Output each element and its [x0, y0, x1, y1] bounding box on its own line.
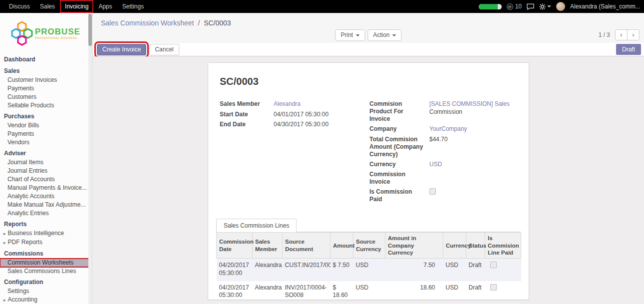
field-commission-product: Commision Product For Invoice [SALES COM… [369, 100, 521, 123]
chevron-down-icon [355, 34, 359, 36]
sidebar-item-commission-worksheets[interactable]: Commission Worksheets [0, 259, 92, 267]
column-header: Amount in Company Currency [385, 233, 443, 259]
cancel-button[interactable]: Cancel [149, 44, 179, 55]
sidebar-item-purchase-payments[interactable]: Payments [0, 130, 92, 138]
sidebar-item-label: Business Intelligence [8, 230, 64, 237]
sidebar-item-settings[interactable]: Settings [0, 287, 92, 296]
sidebar-scrollbar[interactable] [88, 13, 92, 304]
create-invoice-button[interactable]: Create Invoice [97, 44, 146, 55]
sidebar-item-vendor-bills[interactable]: Vendor Bills [0, 121, 92, 130]
table-row[interactable]: 04/20/2017 05:30:00 Alexandra CUST.IN/20… [217, 259, 521, 281]
table-row[interactable]: 04/20/2017 05:30:00 Alexandra INV/2017/0… [217, 281, 521, 303]
action-buttons: Print Action [335, 29, 401, 41]
sidebar-item-business-intelligence[interactable]: ▸Business Intelligence [0, 229, 92, 238]
sidebar-item-journal-entries[interactable]: Journal Entries [0, 167, 92, 175]
sales-member-link[interactable]: Alexandra [274, 100, 301, 108]
trial-progress-pill[interactable] [479, 4, 502, 9]
action-menu-button[interactable]: Action [367, 29, 401, 41]
sidebar-header-purchases[interactable]: Purchases [0, 112, 92, 121]
cell-currency: USD [443, 281, 466, 303]
expand-arrow-icon: ▸ [3, 231, 6, 236]
cell-source-document: CUST.IN/2017/0001 [283, 259, 330, 281]
cell-commission-date: 04/20/2017 05:30:00 [217, 281, 253, 303]
sidebar-item-sales-commissions-lines[interactable]: Sales Commissions Lines [0, 267, 92, 276]
pager-previous-button[interactable]: ‹ [615, 29, 628, 40]
print-menu-button[interactable]: Print [335, 29, 365, 41]
pager-counter: 1 / 3 [599, 31, 610, 38]
scrollbar-thumb[interactable] [88, 14, 92, 46]
sidebar-item-chart-of-accounts[interactable]: Chart of Accounts [0, 175, 92, 184]
section-reports: Reports ▸Business Intelligence ▸PDF Repo… [0, 220, 92, 247]
field-groups: Sales Member Alexandra Start Date 04/01/… [220, 100, 521, 206]
sidebar-header-commissions[interactable]: Commissions [0, 249, 92, 259]
sidebar-item-analytic-entries[interactable]: Analytic Entries [0, 209, 92, 218]
sidebar-header-reports[interactable]: Reports [0, 220, 92, 229]
pager-next-button[interactable]: › [627, 29, 640, 40]
commission-product-link[interactable]: [SALES COMMISSION] Sales [429, 100, 510, 107]
form-statusbar: Create Invoice Cancel Draft [93, 43, 644, 56]
company-link[interactable]: YourCompany [429, 125, 467, 133]
column-header: Commission Date [217, 233, 253, 259]
cell-source-document: INV/2017/0004-SO008 [283, 281, 330, 303]
sidebar-item-customers[interactable]: Customers [0, 93, 92, 101]
menu-invoicing[interactable]: Invoicing [60, 0, 93, 13]
activity-counter[interactable]: @ 10 [507, 3, 522, 10]
sidebar-header-adviser[interactable]: Adviser [0, 149, 92, 158]
sidebar-item-accounting[interactable]: ▸Accounting [0, 296, 92, 304]
field-label: End Date [220, 121, 274, 128]
sidebar-item-customer-invoices[interactable]: Customer Invoices [0, 76, 92, 84]
sidebar-item-analytic-accounts[interactable]: Analytic Accounts [0, 192, 92, 201]
app-logo[interactable]: PROBUSE PROFESSIONAL BUSINESS [0, 13, 92, 53]
section-dashboard: Dashboard [0, 55, 92, 64]
user-avatar[interactable] [556, 2, 565, 11]
menu-settings[interactable]: Settings [117, 0, 149, 13]
column-header: Is Commision Line Paid [485, 233, 521, 259]
cell-amount: $ 18.60 [330, 281, 353, 303]
start-date-value: 04/01/2017 05:30:00 [274, 111, 328, 119]
field-label: Company [369, 125, 429, 133]
sidebar-item-tax-adjustments[interactable]: Make Manual Tax Adjustme... [0, 201, 92, 209]
cell-sales-member: Alexandra [253, 259, 283, 281]
topbar: Discuss Sales Invoicing Apps Settings @ … [0, 0, 644, 13]
sidebar-item-pdf-reports[interactable]: ▸PDF Reports [0, 238, 92, 247]
menu-apps[interactable]: Apps [93, 0, 117, 13]
total-amount-value: $44.70 [429, 136, 448, 144]
menu-discuss[interactable]: Discuss [4, 0, 35, 13]
field-end-date: End Date 04/30/2017 05:30:00 [220, 121, 369, 129]
topbar-systray: @ 10 Alexandra (Sales_comm... [479, 2, 644, 11]
user-menu[interactable]: Alexandra (Sales_comm... [570, 3, 640, 10]
speech-bubble-icon [527, 3, 534, 10]
field-commission-invoice: Commission Invoice [369, 171, 521, 186]
section-configuration: Configuration Settings ▸Accounting ▸Mana… [0, 278, 92, 304]
chevron-down-icon [392, 34, 396, 36]
breadcrumb-parent-link[interactable]: Sales Commission Worksheet [101, 19, 194, 27]
sidebar-item-manual-payments[interactable]: Manual Payments & Invoice... [0, 184, 92, 192]
record-pager: 1 / 3 ‹ › [599, 29, 640, 40]
messages-icon[interactable] [527, 3, 534, 10]
field-label: Total Commision Amount (Company Currency… [369, 136, 429, 158]
cell-source-currency: USD [353, 259, 385, 281]
sidebar-item-vendors[interactable]: Vendors [0, 138, 92, 147]
menu-sales[interactable]: Sales [35, 0, 60, 13]
sidebar-header-sales[interactable]: Sales [0, 66, 92, 76]
field-sales-member: Sales Member Alexandra [220, 100, 369, 108]
cell-status: Draft [466, 281, 485, 303]
breadcrumb-current: SC/0003 [204, 19, 231, 27]
tab-sales-commission-lines[interactable]: Sales Commission Lines [216, 219, 297, 232]
cell-commission-date: 04/20/2017 05:30:00 [217, 259, 253, 281]
topbar-menus: Discuss Sales Invoicing Apps Settings [0, 0, 149, 13]
sidebar-header-configuration[interactable]: Configuration [0, 278, 92, 287]
field-label: Start Date [220, 111, 274, 118]
sidebar-item-payments[interactable]: Payments [0, 84, 92, 93]
field-label: Currency [369, 161, 429, 168]
cell-source-currency: USD [353, 281, 385, 303]
logo-title: PROBUSE [35, 27, 80, 36]
cell-amount-company: 18.60 [385, 281, 443, 303]
sidebar: PROBUSE PROFESSIONAL BUSINESS Dashboard … [0, 13, 92, 304]
debug-gear-menu[interactable] [539, 3, 551, 10]
currency-link[interactable]: USD [429, 161, 442, 169]
commission-lines-table: Commission Date Sales Member Source Docu… [216, 232, 521, 304]
sidebar-item-journal-items[interactable]: Journal Items [0, 158, 92, 167]
sidebar-item-dashboard[interactable]: Dashboard [0, 55, 92, 64]
sidebar-item-sellable-products[interactable]: Sellable Products [0, 101, 92, 110]
